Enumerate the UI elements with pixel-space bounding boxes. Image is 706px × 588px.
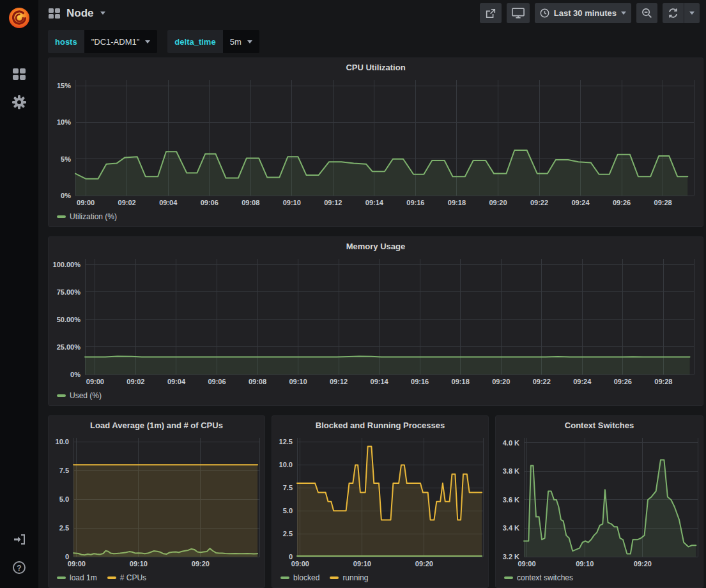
legend-label: running (342, 573, 368, 582)
svg-text:09:02: 09:02 (127, 378, 144, 385)
panel-title[interactable]: Blocked and Running Processes (272, 416, 488, 434)
svg-text:09:00: 09:00 (77, 199, 95, 206)
variable-value: "DC1-ADM1" (91, 37, 140, 47)
legend-swatch (57, 576, 66, 579)
legend-label: Utilization (%) (70, 212, 117, 221)
panel-load-average: Load Average (1m) and # of CPUs 02.55.07… (48, 415, 265, 588)
refresh-interval-dropdown[interactable] (684, 3, 700, 23)
apps-grid-icon (49, 8, 60, 19)
dashboard-title-button[interactable]: Node (49, 7, 105, 20)
svg-text:09:18: 09:18 (452, 378, 470, 385)
svg-text:09:20: 09:20 (634, 560, 652, 568)
svg-text:2.5: 2.5 (59, 524, 69, 532)
svg-text:09:20: 09:20 (192, 560, 210, 568)
legend-item[interactable]: Used (%) (57, 391, 102, 400)
zoom-out-button[interactable] (636, 3, 657, 23)
svg-text:100.00%: 100.00% (53, 261, 81, 268)
svg-text:09:10: 09:10 (130, 560, 148, 568)
panel-blocked-running: Blocked and Running Processes 02.55.07.5… (272, 415, 489, 588)
main-area: Node (38, 0, 706, 588)
variable-value-dropdown[interactable]: "DC1-ADM1" (84, 30, 158, 53)
legend-item[interactable]: Utilization (%) (57, 212, 117, 221)
legend-item[interactable]: blocked (280, 573, 319, 582)
svg-text:09:00: 09:00 (86, 378, 104, 385)
dashboards-grid-icon (13, 68, 26, 80)
load-average-chart[interactable]: 02.55.07.510.009:0009:1009:20 (49, 434, 265, 571)
magnifier-minus-icon (641, 8, 652, 19)
context-switches-chart[interactable]: 3.2 K3.4 K3.6 K3.8 K4.0 K09:0009:1009:20 (496, 434, 703, 571)
legend-item[interactable]: load 1m (57, 573, 97, 582)
app-root: ? Node (0, 0, 706, 588)
svg-text:3.4 K: 3.4 K (503, 524, 519, 532)
svg-text:5.0: 5.0 (283, 507, 293, 514)
panel-context-switches: Context Switches 3.2 K3.4 K3.6 K3.8 K4.0… (495, 415, 703, 588)
svg-text:09:10: 09:10 (576, 560, 594, 568)
svg-text:09:00: 09:00 (518, 560, 535, 568)
legend-label: load 1m (70, 573, 97, 582)
legend-swatch (107, 576, 116, 579)
legend-item[interactable]: running (330, 573, 368, 582)
dashboard-grid: CPU Utilization 0%5%10%15%09:0009:0209:0… (38, 53, 706, 588)
svg-text:09:04: 09:04 (167, 378, 186, 385)
svg-text:10.0: 10.0 (56, 438, 69, 445)
svg-text:0%: 0% (61, 192, 71, 199)
blocked-running-chart[interactable]: 02.55.07.510.012.509:0009:1009:20 (272, 434, 488, 571)
svg-text:7.5: 7.5 (283, 484, 293, 491)
svg-text:5%: 5% (61, 155, 71, 163)
svg-text:?: ? (17, 564, 21, 573)
share-icon (485, 8, 496, 19)
svg-text:09:28: 09:28 (654, 378, 672, 385)
variable-label: delta_time (167, 30, 222, 53)
legend: context switches (496, 571, 703, 587)
svg-text:09:16: 09:16 (411, 378, 429, 385)
sidebar-item-configuration[interactable] (0, 88, 38, 116)
legend: Used (%) (49, 389, 703, 405)
svg-text:09:26: 09:26 (614, 378, 632, 385)
bottom-panel-row: Load Average (1m) and # of CPUs 02.55.07… (48, 415, 703, 588)
refresh-button[interactable] (663, 3, 684, 23)
svg-text:09:06: 09:06 (208, 378, 226, 385)
variables-row: hosts "DC1-ADM1" delta_time 5m (38, 26, 706, 53)
legend: load 1m # CPUs (49, 571, 265, 587)
panel-cpu-utilization: CPU Utilization 0%5%10%15%09:0009:0209:0… (48, 58, 703, 227)
panel-memory-usage: Memory Usage 0%25.00%50.00%75.00%100.00%… (48, 236, 703, 406)
svg-text:09:10: 09:10 (289, 378, 307, 385)
svg-text:09:22: 09:22 (533, 378, 551, 385)
sidebar-item-dashboards[interactable] (0, 60, 38, 88)
legend-label: # CPUs (120, 573, 146, 582)
memory-usage-chart[interactable]: 0%25.00%50.00%75.00%100.00%09:0009:0209:… (49, 255, 703, 389)
svg-text:09:14: 09:14 (371, 378, 389, 385)
svg-text:09:04: 09:04 (159, 199, 178, 206)
svg-text:09:00: 09:00 (291, 560, 309, 568)
cpu-utilization-chart[interactable]: 0%5%10%15%09:0009:0209:0409:0609:0809:10… (49, 76, 703, 210)
variable-label: hosts (48, 30, 84, 53)
grafana-logo[interactable] (6, 5, 32, 31)
variable-value-dropdown[interactable]: 5m (223, 30, 259, 53)
legend-label: blocked (293, 573, 319, 582)
svg-text:09:18: 09:18 (448, 199, 466, 206)
svg-text:10.0: 10.0 (279, 461, 293, 468)
legend-item[interactable]: # CPUs (107, 573, 146, 582)
svg-text:09:00: 09:00 (68, 560, 86, 568)
cycle-view-button[interactable] (507, 3, 530, 23)
svg-text:3.2 K: 3.2 K (503, 553, 519, 561)
svg-text:09:24: 09:24 (573, 378, 592, 385)
time-range-picker[interactable]: Last 30 minutes (535, 3, 631, 23)
svg-text:50.00%: 50.00% (57, 316, 81, 323)
share-button[interactable] (480, 3, 502, 23)
panel-title[interactable]: Load Average (1m) and # of CPUs (49, 416, 265, 434)
legend-item[interactable]: context switches (504, 573, 573, 582)
svg-text:7.5: 7.5 (59, 467, 69, 474)
sidebar-item-sign-in[interactable] (0, 525, 38, 553)
panel-title[interactable]: CPU Utilization (49, 58, 703, 76)
panel-title[interactable]: Context Switches (496, 416, 703, 434)
variable-delta-time: delta_time 5m (167, 30, 259, 53)
monitor-icon (512, 8, 525, 19)
sidebar-item-help[interactable]: ? (0, 553, 38, 582)
svg-text:09:06: 09:06 (201, 199, 219, 206)
chevron-down-icon (247, 40, 252, 43)
panel-title[interactable]: Memory Usage (49, 237, 703, 255)
svg-text:3.8 K: 3.8 K (503, 467, 519, 475)
svg-text:3.6 K: 3.6 K (503, 496, 519, 504)
svg-text:09:12: 09:12 (330, 378, 348, 385)
